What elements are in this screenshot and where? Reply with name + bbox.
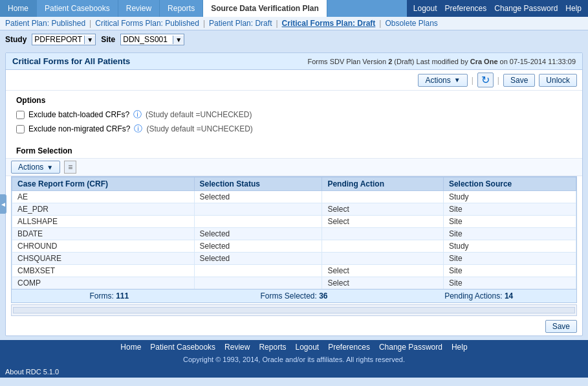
form-actions-label: Actions	[18, 163, 43, 172]
left-toggle[interactable]: ◄	[0, 194, 6, 214]
obsolete-plans-link[interactable]: Obsolete Plans	[385, 19, 437, 28]
patient-plan-draft-link[interactable]: Patient Plan: Draft	[209, 19, 272, 28]
panel-title: Critical Forms for All Patients	[12, 56, 130, 66]
cell-status: Selected	[194, 240, 322, 253]
critical-forms-plan-published-link[interactable]: Critical Forms Plan: Published	[95, 19, 199, 28]
scroll-track[interactable]	[13, 307, 575, 313]
separator-2: |	[203, 19, 205, 28]
cell-pending: Select	[322, 265, 443, 277]
cell-pending	[322, 191, 443, 203]
tab-reports[interactable]: Reports	[160, 0, 203, 17]
cell-status	[194, 203, 322, 216]
site-label: Site	[101, 35, 115, 44]
site-dropdown-btn[interactable]: ▼	[173, 36, 184, 44]
tab-patient-casebooks[interactable]: Patient Casebooks	[37, 0, 118, 17]
table-row[interactable]: CHSQUARESelectedSite	[12, 253, 576, 265]
table-row[interactable]: AESelectedStudy	[12, 191, 576, 203]
study-dropdown[interactable]: ▼	[32, 34, 96, 45]
toolbar-separator2: |	[497, 76, 499, 85]
footer-help-link[interactable]: Help	[452, 343, 468, 352]
option2-note: (Study default =UNCHECKED)	[146, 124, 252, 133]
cell-crf: CMBXSET	[12, 265, 195, 277]
options-section: Options Exclude batch-loaded CRFs? ⓘ (St…	[6, 91, 582, 142]
form-actions-dropdown[interactable]: Actions ▼	[11, 161, 60, 174]
cell-source: Site	[443, 253, 576, 265]
actions-chevron-icon: ▼	[454, 76, 461, 84]
separator-1: |	[89, 19, 91, 28]
cell-source: Study	[443, 240, 576, 253]
exclude-nonmigrated-checkbox[interactable]	[16, 125, 25, 133]
footer-copyright: Copyright © 1993, 2014, Oracle and/or it…	[0, 354, 588, 366]
modified-by: Cra One	[470, 58, 498, 65]
footer-reports-link[interactable]: Reports	[259, 343, 286, 352]
exclude-batch-checkbox[interactable]	[16, 111, 25, 119]
table-row[interactable]: CHROUNDSelectedStudy	[12, 240, 576, 253]
critical-forms-plan-draft-link[interactable]: Critical Forms Plan: Draft	[282, 19, 376, 28]
cell-source: Study	[443, 191, 576, 203]
study-bar: Study ▼ Site ▼	[0, 30, 588, 49]
cell-status: Selected	[194, 228, 322, 240]
study-dropdown-btn[interactable]: ▼	[84, 36, 95, 44]
table-header-row: Case Report Form (CRF) Selection Status …	[12, 177, 576, 191]
footer-change-password-link[interactable]: Change Password	[379, 343, 442, 352]
cell-crf: AE_PDR	[12, 203, 195, 216]
modified-on: on 07-15-2014 11:33:09	[500, 58, 576, 65]
toolbar-separator: |	[472, 76, 474, 85]
cell-status	[194, 277, 322, 290]
separator-3: |	[276, 19, 278, 28]
cell-pending: Select	[322, 203, 443, 216]
footer-preferences-link[interactable]: Preferences	[328, 343, 370, 352]
site-input[interactable]	[121, 34, 173, 45]
cell-source: Site	[443, 228, 576, 240]
save-button[interactable]: Save	[503, 74, 535, 87]
info-icon-1[interactable]: ⓘ	[133, 109, 142, 120]
footer-patient-casebooks-link[interactable]: Patient Casebooks	[150, 343, 215, 352]
help-link[interactable]: Help	[565, 4, 582, 13]
version-text: Forms SDV Plan Version	[307, 58, 386, 65]
cell-pending	[322, 240, 443, 253]
tab-home[interactable]: Home	[0, 0, 37, 17]
bottom-save-button[interactable]: Save	[545, 320, 577, 333]
footer-home-link[interactable]: Home	[120, 343, 141, 352]
pending-count: 14	[505, 291, 513, 301]
cell-status	[194, 216, 322, 228]
footer-review-link[interactable]: Review	[224, 343, 250, 352]
options-title: Options	[16, 96, 572, 105]
cell-pending: Select	[322, 277, 443, 290]
form-actions-chevron-icon: ▼	[47, 164, 53, 171]
cell-pending	[322, 228, 443, 240]
col-crf: Case Report Form (CRF)	[12, 177, 195, 191]
cell-crf: BDATE	[12, 228, 195, 240]
table-row[interactable]: COMPSelectSite	[12, 277, 576, 290]
col-pending: Pending Action	[322, 177, 443, 191]
info-icon-2[interactable]: ⓘ	[134, 123, 142, 135]
version-number: 2	[388, 58, 392, 65]
table-row[interactable]: AE_PDRSelectSite	[12, 203, 576, 216]
table-row[interactable]: ALLSHAPESelectSite	[12, 216, 576, 228]
actions-dropdown[interactable]: Actions ▼	[418, 74, 467, 87]
cell-status: Selected	[194, 253, 322, 265]
patient-plan-published-link[interactable]: Patient Plan: Published	[5, 19, 85, 28]
change-password-link[interactable]: Change Password	[494, 4, 558, 13]
cell-pending	[322, 253, 443, 265]
study-input[interactable]	[32, 34, 84, 45]
logout-link[interactable]: Logout	[413, 4, 437, 13]
list-view-button[interactable]: ≡	[64, 161, 76, 174]
horizontal-scroll-area[interactable]	[11, 304, 577, 316]
tab-sdv-plan[interactable]: Source Data Verification Plan	[203, 0, 327, 17]
preferences-link[interactable]: Preferences	[445, 4, 487, 13]
version-status: (Draft)	[394, 58, 414, 65]
unlock-button[interactable]: Unlock	[539, 74, 577, 87]
table-row[interactable]: CMBXSETSelectSite	[12, 265, 576, 277]
cell-source: Site	[443, 277, 576, 290]
exclude-nonmigrated-label: Exclude non-migrated CRFs?	[28, 124, 130, 133]
refresh-button[interactable]: ↻	[477, 73, 494, 87]
main-content: ◄ Critical Forms for All Patients Forms …	[0, 49, 588, 340]
table-container[interactable]: Case Report Form (CRF) Selection Status …	[11, 176, 577, 290]
site-dropdown[interactable]: ▼	[120, 34, 184, 45]
top-nav: Home Patient Casebooks Review Reports So…	[0, 0, 588, 17]
table-row[interactable]: BDATESelectedSite	[12, 228, 576, 240]
footer-logout-link[interactable]: Logout	[295, 343, 319, 352]
form-toolbar: Actions ▼ ≡	[6, 158, 582, 176]
tab-review[interactable]: Review	[118, 0, 160, 17]
